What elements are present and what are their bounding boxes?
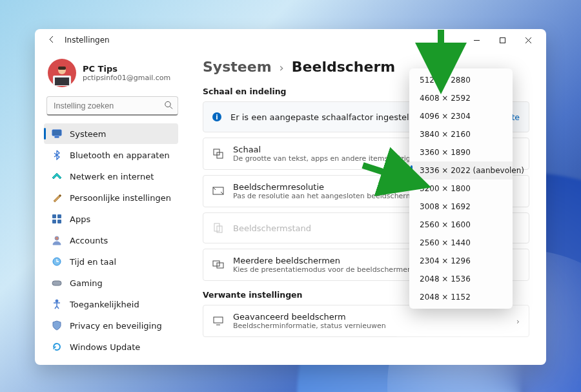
window-controls [464,29,541,51]
sidebar-item-tijd[interactable]: Tijd en taal [44,251,178,272]
svg-point-21 [56,300,58,302]
sidebar-item-label: Persoonlijke instellingen [70,193,171,203]
sidebar-item-systeem[interactable]: Systeem [44,123,178,144]
resolution-option[interactable]: 2304 × 1296 [409,252,513,270]
sidebar-item-label: Apps [70,214,90,224]
display-icon [52,129,62,139]
sidebar-item-label: Gaming [70,278,103,288]
card-subtitle: Pas de resolutie aan het aangesloten bee… [233,192,428,200]
card-title: Schaal [233,145,419,154]
sidebar-nav: Systeem Bluetooth en apparaten Netwerk e… [44,123,178,357]
apps-icon [52,214,62,224]
maximize-button[interactable] [489,29,515,51]
sidebar-item-label: Systeem [70,129,106,139]
accessibility-icon [52,299,62,309]
resolution-option[interactable]: 2560 × 1600 [409,216,513,234]
svg-rect-16 [52,220,56,223]
resolution-option[interactable]: 2048 × 1536 [409,270,513,288]
resolution-option[interactable]: 3336 × 2022 (aanbevolen) [409,161,513,180]
sidebar-item-apps[interactable]: Apps [44,209,178,229]
profile-block[interactable]: PC Tips pctipsinfo01@gmail.com [46,54,178,96]
titlebar: Instellingen [35,29,546,51]
search-box [46,96,178,116]
card-subtitle: Kies de presentatiemodus voor de beeldsc… [233,265,412,274]
search-icon [164,101,173,112]
resolution-option[interactable]: 2048 × 1152 [409,288,513,306]
close-button[interactable] [515,29,541,51]
resolution-option[interactable]: 3200 × 1800 [409,180,513,198]
svg-rect-3 [500,37,505,43]
sidebar-item-label: Windows Update [70,342,140,352]
sidebar-item-label: Accounts [70,236,108,245]
update-icon [52,342,62,352]
svg-line-26 [221,192,223,194]
resolution-option[interactable]: 3840 × 2160 [409,125,513,143]
card-title: Beeldschermstand [233,223,311,233]
sidebar-item-accounts[interactable]: Accounts [44,230,178,251]
resolution-dropdown[interactable]: 5120 × 28804608 × 25924096 × 23043840 × … [409,68,513,309]
svg-rect-24 [213,187,223,194]
scale-icon [212,148,224,160]
orientation-icon [212,222,224,234]
multi-display-icon [212,259,224,271]
svg-rect-17 [57,220,61,223]
chevron-right-icon: › [280,61,284,74]
svg-rect-9 [58,67,66,70]
svg-line-25 [213,187,216,190]
bluetooth-icon [52,150,62,160]
clock-globe-icon [52,256,62,267]
svg-point-10 [165,101,170,107]
resolution-option[interactable]: 4096 × 2304 [409,107,513,125]
sidebar-item-label: Tijd en taal [70,257,116,267]
svg-rect-14 [52,214,56,218]
svg-line-11 [170,107,172,109]
breadcrumb-parent[interactable]: Systeem [203,59,272,75]
sidebar-item-privacy[interactable]: Privacy en beveiliging [44,315,178,336]
shield-icon [52,320,62,331]
profile-name: PC Tips [83,64,170,74]
profile-email: pctipsinfo01@gmail.com [83,74,170,82]
sidebar-item-label: Bluetooth en apparaten [70,150,170,160]
sidebar-item-label: Privacy en beveiliging [70,321,162,331]
search-input[interactable] [46,96,178,116]
account-icon [52,235,62,245]
svg-point-18 [55,236,59,240]
sidebar-item-persoonlijk[interactable]: Persoonlijke instellingen [44,187,178,208]
monitor-icon [212,315,224,327]
card-title: Meerdere beeldschermen [233,256,412,265]
sidebar-item-label: Toegankelijkheid [70,300,139,309]
info-icon: i [212,112,221,121]
minimize-button[interactable] [464,29,489,51]
avatar [48,59,76,87]
resolution-option[interactable]: 3360 × 1890 [409,143,513,161]
chevron-right-icon: › [516,316,520,326]
paintbrush-icon [52,192,62,203]
svg-rect-31 [214,317,223,323]
card-subtitle: Beeldscherminformatie, status vernieuwen [233,322,386,330]
sidebar-item-toegankelijkheid[interactable]: Toegankelijkheid [44,294,178,315]
resolution-icon [212,185,224,197]
card-subtitle: De grootte van tekst, apps en andere ite… [233,154,419,163]
resolution-option[interactable]: 5120 × 2880 [409,71,513,89]
svg-rect-29 [213,261,219,266]
svg-rect-15 [57,214,61,218]
svg-rect-13 [55,137,59,138]
gamepad-icon [52,278,62,288]
info-text: Er is een aangepaste schaalfactor ingest… [230,112,417,122]
window-title: Instellingen [65,36,110,45]
sidebar: PC Tips pctipsinfo01@gmail.com Systeem B… [35,51,187,365]
svg-rect-30 [217,263,223,268]
sidebar-item-bluetooth[interactable]: Bluetooth en apparaten [44,145,178,165]
card-title: Beeldschermresolutie [233,182,428,192]
resolution-option[interactable]: 2560 × 1440 [409,234,513,252]
card-advanced-display[interactable]: Geavanceerd beeldscherm Beeldscherminfor… [203,305,529,337]
sidebar-item-netwerk[interactable]: Netwerk en internet [44,166,178,187]
sidebar-item-gaming[interactable]: Gaming [44,273,178,293]
resolution-option[interactable]: 3008 × 1692 [409,198,513,216]
sidebar-item-label: Netwerk en internet [70,172,154,181]
wifi-icon [52,171,62,181]
svg-rect-20 [52,281,61,285]
resolution-option[interactable]: 4608 × 2592 [409,89,513,107]
back-button[interactable] [46,35,57,46]
sidebar-item-update[interactable]: Windows Update [44,336,178,357]
